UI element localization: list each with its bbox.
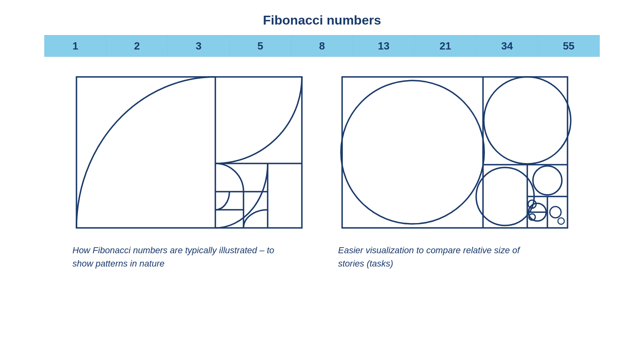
svg-point-22 [558, 218, 564, 224]
fib-cell-21: 21 [415, 35, 476, 56]
spiral-caption: How Fibonacci numbers are typically illu… [72, 244, 282, 270]
fib-cell-13: 13 [353, 35, 414, 56]
spiral-diagram-block: How Fibonacci numbers are typically illu… [72, 73, 306, 270]
fibonacci-number-row: 1235813213455 [44, 35, 600, 57]
svg-point-13 [476, 167, 534, 225]
fib-cell-34: 34 [477, 35, 538, 56]
svg-rect-7 [342, 77, 568, 228]
fibonacci-circles-svg [338, 73, 572, 234]
page-title: Fibonacci numbers [263, 13, 381, 28]
fib-cell-55: 55 [538, 35, 599, 56]
svg-point-21 [550, 207, 561, 218]
svg-point-15 [533, 166, 562, 195]
fib-cell-5: 5 [230, 35, 291, 56]
circles-caption: Easier visualization to compare relative… [338, 244, 547, 270]
svg-point-9 [341, 81, 484, 224]
circles-diagram-block: Easier visualization to compare relative… [338, 73, 572, 270]
fib-cell-3: 3 [168, 35, 229, 56]
fib-cell-1: 1 [45, 35, 106, 56]
fib-cell-8: 8 [291, 35, 353, 56]
fibonacci-spiral-svg [72, 73, 306, 234]
diagrams-section: How Fibonacci numbers are typically illu… [44, 73, 600, 270]
fib-cell-2: 2 [106, 35, 167, 56]
svg-point-10 [484, 77, 571, 164]
